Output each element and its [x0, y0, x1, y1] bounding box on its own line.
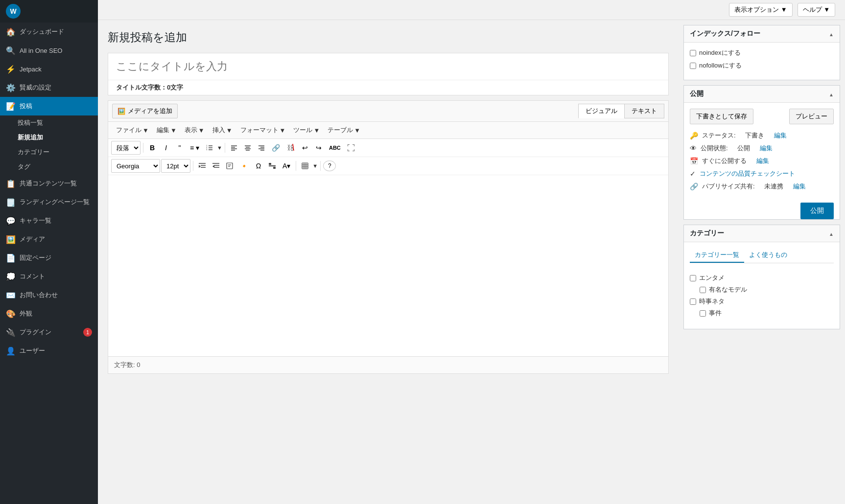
unlink-button[interactable]: ⛓	[284, 141, 298, 154]
fontsize-select[interactable]: 12pt	[161, 159, 190, 173]
sidebar-item-tags[interactable]: タグ	[18, 160, 98, 174]
sidebar-item-categories[interactable]: カテゴリー	[18, 145, 98, 160]
visibility-label: 公開状態:	[701, 144, 728, 153]
tab-text[interactable]: テキスト	[624, 104, 664, 118]
index-follow-header[interactable]: インデックス/フォロー	[684, 25, 840, 43]
index-follow-body: noindexにする nofollowにする	[684, 43, 840, 80]
align-center-button[interactable]	[241, 141, 254, 154]
menu-insert[interactable]: 挿入 ▼	[209, 124, 236, 137]
indent-button[interactable]	[196, 160, 209, 172]
display-options-button[interactable]: 表示オプション ▼	[729, 3, 792, 17]
new-post-label: 新規追加	[18, 133, 43, 142]
spell-check-button[interactable]: ABC	[326, 141, 344, 154]
table-button[interactable]	[299, 160, 311, 172]
publish-date-edit-link[interactable]: 編集	[756, 157, 769, 165]
sidebar-item-fixed-pages[interactable]: 📄 固定ページ	[0, 249, 98, 267]
save-draft-button[interactable]: 下書きとして保存	[690, 109, 753, 124]
category-list: エンタメ 有名なモデル 時事ネタ 事件	[690, 268, 834, 323]
outdent-button[interactable]	[210, 160, 222, 172]
blockquote-button[interactable]: "	[173, 141, 186, 154]
tab-popular-categories[interactable]: よく使うもの	[744, 248, 792, 263]
sidebar-item-characters[interactable]: 💬 キャラ一覧	[0, 211, 98, 230]
menu-tools[interactable]: ツール ▼	[289, 124, 324, 137]
menu-view[interactable]: 表示 ▼	[181, 124, 209, 137]
check-icon: ✓	[690, 170, 696, 178]
sidebar-item-media[interactable]: 🖼️ メディア	[0, 230, 98, 249]
menu-edit[interactable]: 編集 ▼	[153, 124, 181, 137]
sidebar-item-users[interactable]: 👤 ユーザー	[0, 342, 98, 360]
publish-header[interactable]: 公開	[684, 86, 840, 103]
sidebar-item-comments[interactable]: 💭 コメント	[0, 267, 98, 286]
sidebar-item-posts-list[interactable]: 投稿一覧	[18, 115, 98, 130]
sidebar-item-common-content[interactable]: 📋 共通コンテンツ一覧	[0, 174, 98, 193]
key-icon: 🔑	[690, 132, 698, 139]
title-input[interactable]	[108, 53, 668, 80]
menu-table[interactable]: テーブル ▼	[324, 124, 364, 137]
list-ol-button[interactable]: 1.2.3.	[203, 141, 216, 154]
visibility-value: 公開	[737, 144, 750, 153]
align-left-button[interactable]	[228, 141, 240, 154]
toolbar-row-2: Georgia 12pt 🔸 Ω	[108, 157, 668, 175]
publish-body: 下書きとして保存 プレビュー 🔑 ステータス: 下書き 編集 👁 公開状態:	[684, 103, 840, 205]
tab-all-categories[interactable]: カテゴリー一覧	[690, 248, 744, 263]
contact-icon: ✉️	[6, 290, 16, 300]
category-checkbox-incident[interactable]	[700, 310, 706, 317]
help-editor-button[interactable]: ?	[323, 160, 336, 171]
hr-button[interactable]	[266, 160, 279, 172]
publicize-edit-link[interactable]: 編集	[793, 182, 806, 191]
preview-button[interactable]: プレビュー	[789, 109, 834, 124]
italic-button[interactable]: I	[160, 141, 172, 154]
publish-button[interactable]: 公開	[800, 203, 834, 219]
bold-button[interactable]: B	[146, 141, 159, 154]
dashboard-icon: 🏠	[6, 27, 16, 37]
text-color-button[interactable]: A▾	[280, 160, 293, 172]
quality-link[interactable]: コンテンツの品質チェックシート	[700, 169, 795, 178]
index-follow-box: インデックス/フォロー noindexにする nofollowにする	[683, 25, 840, 80]
tab-visual[interactable]: ビジュアル	[578, 104, 624, 118]
nofollow-label: nofollowにする	[699, 61, 742, 70]
sidebar-item-contact[interactable]: ✉️ お問い合わせ	[0, 286, 98, 304]
redo-button[interactable]: ↪	[312, 141, 325, 154]
fullscreen-button[interactable]	[345, 141, 357, 154]
publish-box: 公開 下書きとして保存 プレビュー 🔑 ステータス: 下書き 編集	[683, 85, 840, 220]
clear-format-button[interactable]: 🔸	[237, 160, 251, 172]
sidebar-item-dashboard[interactable]: 🏠 ダッシュボード	[0, 23, 98, 41]
noindex-checkbox[interactable]	[690, 50, 696, 56]
font-select[interactable]: Georgia	[111, 159, 160, 173]
sidebar-item-settings[interactable]: ⚙️ 賢威の設定	[0, 78, 98, 97]
sidebar-item-appearance[interactable]: 🎨 外観	[0, 304, 98, 323]
sidebar-item-landing-pages[interactable]: 🗒️ ランディングページ一覧	[0, 193, 98, 211]
editor-menubar: ファイル ▼ 編集 ▼ 表示 ▼ 挿入 ▼	[108, 122, 668, 139]
categories-header[interactable]: カテゴリー	[684, 225, 840, 242]
link-button[interactable]: 🔗	[269, 141, 283, 154]
menu-file[interactable]: ファイル ▼	[112, 124, 153, 137]
editor-body[interactable]	[108, 175, 668, 356]
noindex-label: noindexにする	[699, 48, 741, 57]
format-button[interactable]	[223, 160, 236, 172]
special-chars-button[interactable]: Ω	[252, 160, 265, 172]
category-checkbox-news[interactable]	[690, 298, 696, 305]
category-checkbox-model[interactable]	[700, 287, 706, 293]
category-checkbox-entame[interactable]	[690, 275, 696, 281]
media-icon-inline: 🖼️	[117, 108, 125, 115]
status-edit-link[interactable]: 編集	[774, 131, 787, 140]
list-dropdown[interactable]: ▼	[217, 145, 222, 151]
menu-format[interactable]: フォーマット ▼	[236, 124, 290, 137]
table-dropdown[interactable]: ▼	[312, 163, 318, 169]
sidebar-item-jetpack[interactable]: ⚡ Jetpack	[0, 60, 98, 78]
sidebar-item-new-post[interactable]: 新規追加	[18, 130, 98, 145]
visibility-edit-link[interactable]: 編集	[760, 144, 773, 153]
sidebar-item-posts[interactable]: 📝 投稿	[0, 97, 98, 115]
list-button[interactable]: ≡ ▾	[187, 141, 202, 154]
svg-marker-23	[199, 165, 201, 168]
help-button[interactable]: ヘルプ ▼	[798, 3, 835, 17]
align-right-button[interactable]	[255, 141, 268, 154]
paragraph-select[interactable]: 段落	[111, 141, 141, 155]
undo-button[interactable]: ↩	[299, 141, 311, 154]
sidebar-item-label: All in One SEO	[20, 47, 62, 54]
nofollow-checkbox[interactable]	[690, 63, 696, 69]
sidebar-item-plugins[interactable]: 🔌 プラグイン 1	[0, 323, 98, 342]
media-add-button[interactable]: 🖼️ メディアを追加	[112, 104, 178, 118]
sidebar-item-seo[interactable]: 🔍 All in One SEO	[0, 41, 98, 60]
seo-icon: 🔍	[6, 46, 16, 55]
